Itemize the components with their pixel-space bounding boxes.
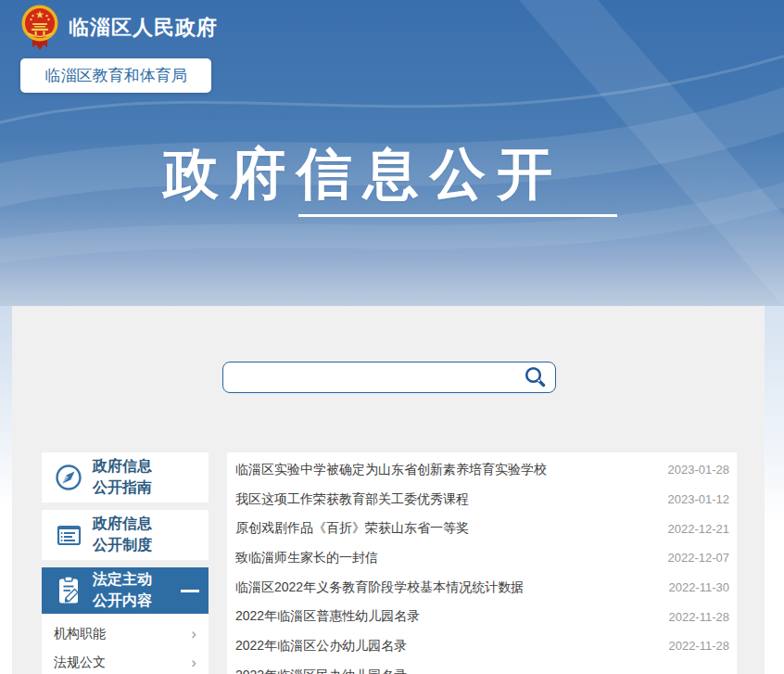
banner: 临淄区人民政府 临淄区教育和体育局 政府信息公开 — [0, 0, 784, 306]
search-button[interactable] — [516, 362, 555, 392]
news-title-link[interactable]: 2022年临淄区普惠性幼儿园名录 — [235, 608, 420, 625]
news-date: 2023-01-28 — [668, 463, 730, 477]
chevron-right-icon: › — [191, 626, 196, 642]
news-title-link[interactable]: 临淄区实验中学被确定为山东省创新素养培育实验学校 — [235, 462, 547, 478]
submenu-item-label: 机构职能 — [54, 626, 106, 642]
gov-site-name[interactable]: 临淄区人民政府 — [69, 14, 218, 42]
news-list: 临淄区实验中学被确定为山东省创新素养培育实验学校 2023-01-28 我区这项… — [227, 452, 737, 674]
sidebar-item-label: 法定主动 公开内容 — [93, 569, 152, 611]
compass-icon — [53, 463, 84, 492]
search-input[interactable] — [223, 362, 516, 392]
sidebar-item-label: 政府信息 公开指南 — [93, 456, 152, 498]
page-root: { "header": { "gov_name": "临淄区人民政府", "de… — [0, 0, 784, 674]
news-date: 2022-12-21 — [668, 522, 730, 536]
news-title-link[interactable]: 我区这项工作荣获教育部关工委优秀课程 — [235, 491, 469, 508]
news-title-link[interactable]: 2022年临淄区民办幼儿园名录 — [235, 668, 407, 674]
sidebar-item-statutory-disclosure[interactable]: 法定主动 公开内容 — [42, 567, 209, 614]
news-date: 2022-12-07 — [668, 551, 730, 565]
news-list-item[interactable]: 2022年临淄区民办幼儿园名录 — [227, 661, 737, 674]
news-list-item[interactable]: 临淄区实验中学被确定为山东省创新素养培育实验学校 2023-01-28 — [227, 455, 737, 485]
news-list-item[interactable]: 原创戏剧作品《百折》荣获山东省一等奖 2022-12-21 — [227, 514, 737, 543]
expanded-indicator-dash — [181, 590, 199, 592]
magnifier-icon — [524, 365, 548, 389]
right-edge-decoration — [765, 306, 784, 674]
sidebar-item-guide[interactable]: 政府信息 公开指南 — [42, 452, 209, 502]
submenu-item-regulations[interactable]: 法规公文 › — [42, 648, 209, 674]
news-date: 2022-11-30 — [668, 580, 729, 594]
search-bar — [222, 362, 556, 393]
news-date: 2022-11-28 — [668, 610, 729, 624]
submenu-item-functions[interactable]: 机构职能 › — [42, 619, 209, 648]
news-list-item[interactable]: 2022年临淄区公办幼儿园名录 2022-11-28 — [227, 631, 737, 661]
sidebar-item-label: 政府信息 公开制度 — [93, 514, 152, 555]
department-button[interactable]: 临淄区教育和体育局 — [20, 58, 211, 93]
department-button-label: 临淄区教育和体育局 — [45, 65, 187, 86]
page-title: 政府信息公开 — [163, 137, 563, 212]
news-list-item[interactable]: 临淄区2022年义务教育阶段学校基本情况统计数据 2022-11-30 — [227, 573, 737, 603]
news-date: 2023-01-12 — [668, 492, 730, 506]
news-list-item[interactable]: 致临淄师生家长的一封信 2022-12-07 — [227, 543, 737, 573]
left-edge-decoration — [0, 306, 12, 674]
submenu-item-label: 法规公文 — [54, 655, 106, 671]
sidebar-submenu: 机构职能 › 法规公文 › — [42, 614, 209, 674]
news-title-link[interactable]: 致临淄师生家长的一封信 — [235, 550, 378, 566]
news-date: 2022-11-28 — [668, 639, 729, 653]
news-list-item[interactable]: 2022年临淄区普惠性幼儿园名录 2022-11-28 — [227, 602, 737, 631]
national-emblem-icon — [20, 5, 59, 51]
document-list-icon — [53, 520, 84, 550]
title-underline-decoration — [298, 214, 617, 217]
sidebar: 政府信息 公开指南 政府信息 公开制度 — [42, 452, 209, 674]
sidebar-item-system[interactable]: 政府信息 公开制度 — [42, 510, 209, 560]
news-title-link[interactable]: 原创戏剧作品《百折》荣获山东省一等奖 — [235, 520, 469, 537]
clipboard-pen-icon — [53, 575, 84, 606]
chevron-right-icon: › — [191, 655, 196, 670]
news-title-link[interactable]: 2022年临淄区公办幼儿园名录 — [235, 638, 407, 655]
news-title-link[interactable]: 临淄区2022年义务教育阶段学校基本情况统计数据 — [235, 579, 524, 596]
news-list-item[interactable]: 我区这项工作荣获教育部关工委优秀课程 2023-01-12 — [227, 485, 737, 515]
